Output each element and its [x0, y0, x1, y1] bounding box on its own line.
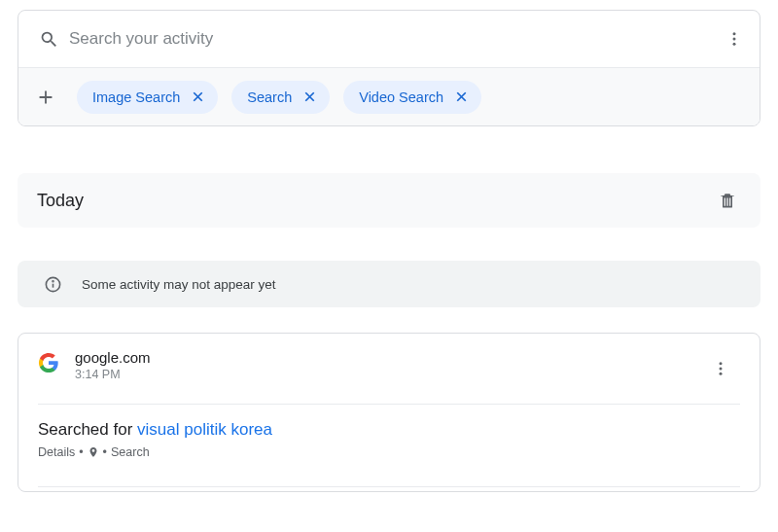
dot-separator: •: [103, 445, 107, 459]
divider: [38, 486, 740, 487]
info-icon: [31, 265, 74, 303]
entry-more-button[interactable]: [701, 349, 740, 388]
svg-point-2: [733, 43, 736, 46]
activity-notice: Some activity may not appear yet: [18, 261, 760, 307]
activity-entry: google.com 3:14 PM Searched for visual p…: [18, 333, 760, 492]
chip-label: Image Search: [92, 89, 180, 105]
search-icon: [28, 29, 69, 50]
entry-meta: Details • • Search: [38, 445, 740, 459]
svg-point-8: [720, 372, 723, 375]
entry-header-text: google.com 3:14 PM: [75, 349, 686, 381]
svg-point-6: [720, 362, 723, 365]
svg-point-5: [53, 280, 53, 281]
entry-category: Search: [111, 445, 150, 459]
close-icon[interactable]: [300, 87, 320, 107]
svg-point-7: [720, 368, 723, 371]
entry-body: Searched for visual politik korea Detail…: [38, 405, 740, 471]
notice-text: Some activity may not appear yet: [82, 277, 276, 292]
filter-chip-search[interactable]: Search: [231, 81, 330, 114]
details-link[interactable]: Details: [38, 445, 75, 459]
section-title: Today: [37, 191, 84, 211]
svg-point-0: [733, 32, 736, 35]
delete-day-button[interactable]: [708, 181, 747, 220]
entry-domain[interactable]: google.com: [75, 349, 686, 366]
close-icon[interactable]: [451, 87, 472, 107]
svg-point-1: [733, 38, 736, 41]
day-section-header: Today: [18, 173, 760, 228]
close-icon[interactable]: [188, 87, 208, 107]
filter-chip-image-search[interactable]: Image Search: [77, 81, 218, 114]
entry-header: google.com 3:14 PM: [38, 349, 740, 388]
search-row: [18, 11, 760, 67]
chip-label: Video Search: [359, 89, 443, 105]
entry-title: Searched for visual politik korea: [38, 420, 740, 440]
dot-separator: •: [79, 445, 83, 459]
filter-chips-row: Image Search Search Video Search: [18, 67, 760, 125]
google-logo-icon: [38, 352, 59, 373]
entry-time: 3:14 PM: [75, 368, 686, 381]
more-options-button[interactable]: [715, 19, 754, 58]
entry-prefix: Searched for: [38, 420, 137, 439]
entry-query-link[interactable]: visual politik korea: [137, 420, 272, 439]
search-card: Image Search Search Video Search: [18, 10, 760, 126]
add-filter-button[interactable]: [28, 80, 63, 115]
filter-chip-video-search[interactable]: Video Search: [343, 81, 481, 114]
chip-label: Search: [247, 89, 292, 105]
location-pin-icon[interactable]: [88, 446, 99, 458]
search-input[interactable]: [69, 29, 715, 49]
